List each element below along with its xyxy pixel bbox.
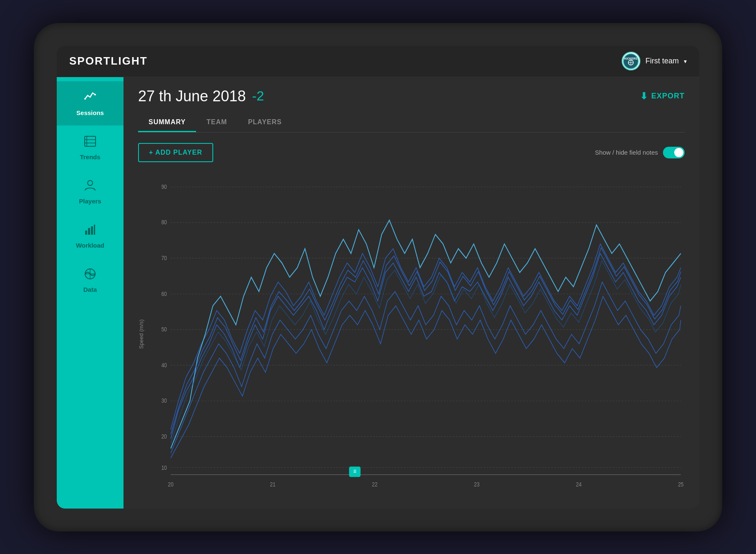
chart-svg: 90 80 70 60 50 40 30 20 10 (148, 173, 685, 496)
chevron-down-icon: ▾ (684, 58, 687, 65)
svg-rect-14 (91, 226, 93, 235)
export-icon: ⬇ (640, 91, 648, 102)
sidebar-item-trends[interactable]: Trends (57, 125, 123, 170)
tab-team[interactable]: TEAM (196, 113, 237, 132)
chart-wrapper: Speed (m/s) (138, 173, 685, 496)
sidebar-item-players[interactable]: Players (57, 170, 123, 214)
svg-text:≡: ≡ (353, 468, 357, 475)
team-badge: KICKERS (622, 52, 640, 70)
content-header: 27 th June 2018 -2 ⬇ EXPORT SUMMARY (123, 77, 699, 133)
sidebar: Sessions Trends (57, 77, 123, 509)
team-selector[interactable]: KICKERS First team ▾ (622, 52, 687, 70)
tab-players[interactable]: PLAYERS (237, 113, 292, 132)
add-player-label: + ADD PLAYER (149, 149, 202, 156)
svg-text:50: 50 (161, 326, 167, 333)
players-icon (83, 179, 97, 195)
svg-rect-7 (85, 136, 96, 146)
app-logo: SPORTLIGHT (69, 55, 148, 68)
field-notes-toggle[interactable] (663, 147, 685, 158)
svg-rect-13 (88, 228, 90, 235)
export-button[interactable]: ⬇ EXPORT (640, 91, 685, 102)
show-notes-label: Show / hide field notes (595, 149, 658, 156)
sidebar-item-workload-label: Workload (76, 242, 104, 249)
svg-text:90: 90 (161, 183, 167, 190)
svg-text:40: 40 (161, 361, 167, 368)
svg-text:24: 24 (576, 481, 582, 488)
data-icon (83, 267, 97, 283)
page-date: 27 th June 2018 (138, 88, 246, 105)
team-name: First team (645, 57, 679, 65)
show-notes-row: Show / hide field notes (595, 147, 685, 158)
content-area: 27 th June 2018 -2 ⬇ EXPORT SUMMARY (123, 77, 699, 509)
y-axis-label: Speed (m/s) (138, 173, 144, 496)
sidebar-item-data[interactable]: Data (57, 258, 123, 302)
sidebar-item-sessions-label: Sessions (76, 109, 104, 116)
svg-text:60: 60 (161, 290, 167, 297)
chart-controls: + ADD PLAYER Show / hide field notes (138, 143, 685, 162)
svg-text:30: 30 (161, 397, 167, 404)
svg-point-11 (88, 180, 93, 186)
page-title-row: 27 th June 2018 -2 ⬇ EXPORT (138, 88, 685, 105)
device-frame: SPORTLIGHT KICKERS First team ▾ (34, 23, 722, 531)
svg-point-5 (84, 98, 86, 100)
svg-text:80: 80 (161, 219, 167, 226)
svg-text:20: 20 (168, 481, 174, 488)
svg-point-6 (94, 94, 96, 95)
chart-container: + ADD PLAYER Show / hide field notes Spe… (123, 133, 699, 509)
main-layout: Sessions Trends (57, 77, 699, 509)
tab-summary[interactable]: SUMMARY (138, 113, 196, 132)
svg-rect-12 (85, 231, 87, 235)
sessions-icon (83, 90, 97, 107)
svg-text:KICKERS: KICKERS (625, 57, 638, 60)
page-title: 27 th June 2018 -2 (138, 88, 264, 105)
sidebar-item-trends-label: Trends (80, 153, 100, 160)
sidebar-item-data-label: Data (83, 286, 97, 293)
svg-text:10: 10 (161, 464, 167, 471)
screen: SPORTLIGHT KICKERS First team ▾ (57, 46, 699, 509)
tabs: SUMMARY TEAM PLAYERS (138, 113, 685, 133)
svg-text:22: 22 (372, 481, 378, 488)
svg-text:21: 21 (270, 481, 275, 488)
trends-icon (83, 135, 97, 151)
svg-text:23: 23 (474, 481, 479, 488)
svg-text:70: 70 (161, 254, 167, 261)
page-title-suffix: -2 (252, 88, 264, 104)
svg-text:20: 20 (161, 433, 167, 440)
add-player-button[interactable]: + ADD PLAYER (138, 143, 213, 162)
sidebar-item-sessions[interactable]: Sessions (57, 81, 123, 125)
export-label: EXPORT (651, 92, 685, 100)
sidebar-item-players-label: Players (79, 198, 101, 205)
svg-text:25: 25 (678, 481, 683, 488)
workload-icon (83, 223, 97, 239)
svg-rect-15 (94, 225, 95, 235)
header: SPORTLIGHT KICKERS First team ▾ (57, 46, 699, 77)
chart-area: 90 80 70 60 50 40 30 20 10 (148, 173, 685, 496)
sidebar-item-workload[interactable]: Workload (57, 214, 123, 258)
